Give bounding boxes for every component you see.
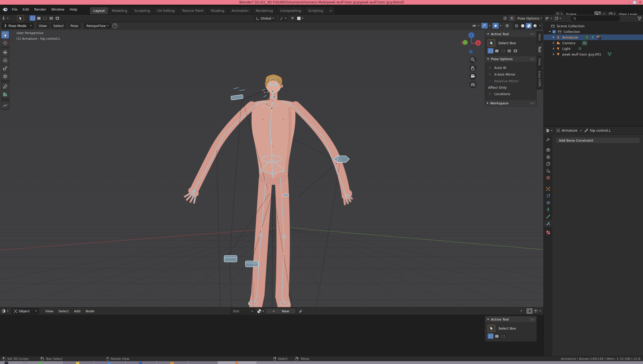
shader-menu-select[interactable]: Select (56, 309, 71, 313)
taskbar-app-6[interactable] (189, 361, 217, 364)
toolbar-rotate-button[interactable] (1, 57, 9, 64)
shader-type-dropdown[interactable]: Object (12, 308, 39, 314)
sidebar-tab-view[interactable]: View (537, 56, 543, 68)
orientation-dropdown[interactable]: Global (253, 15, 277, 21)
tab-physics[interactable] (544, 192, 552, 199)
select-mode-invert[interactable] (48, 15, 54, 21)
workspace-tab-shading[interactable]: Shading (207, 7, 228, 14)
relative-mirror-checkbox[interactable] (488, 79, 492, 83)
expand-icon[interactable] (553, 53, 554, 55)
workspace-tab-animation[interactable]: Animation (228, 7, 252, 14)
workspace-section-header[interactable]: Workspace (485, 100, 536, 106)
close-button[interactable]: ✕ (639, 1, 641, 4)
start-button[interactable] (5, 362, 8, 364)
active-tool-section-header[interactable]: Active Tool (485, 316, 536, 323)
snap-magnet-toggle[interactable] (289, 15, 296, 21)
shader-menu-view[interactable]: View (43, 309, 56, 313)
viewport-menu-select[interactable]: Select (51, 23, 66, 29)
menu-file[interactable]: File (9, 7, 20, 11)
workspace-tab-sculpting[interactable]: Sculpting (131, 7, 153, 14)
mode-dropdown[interactable]: Pose Mode (2, 23, 34, 29)
navigation-gizmo[interactable]: Z X (458, 30, 484, 91)
tab-bone[interactable] (544, 213, 552, 220)
tab-object[interactable] (544, 185, 552, 192)
select-mode-intersect[interactable] (54, 15, 60, 21)
viewport-menu-view[interactable]: View (36, 23, 49, 29)
pose-options-section-header[interactable]: Pose Options (485, 56, 536, 62)
sidebar-select-mode-set[interactable] (488, 48, 494, 53)
tab-bone-constraint[interactable] (544, 220, 552, 227)
filter-icon[interactable] (638, 17, 641, 20)
xray-dropdown[interactable] (492, 23, 501, 29)
select-box-tool-thumb[interactable] (488, 325, 495, 332)
panel-grip-icon[interactable] (530, 318, 534, 321)
snap-target-dropdown[interactable] (279, 15, 288, 21)
workspace-tab-compositing[interactable]: Compositing (277, 7, 304, 14)
taskbar-app-5[interactable] (157, 361, 188, 364)
shader-select-mode-subtract[interactable] (500, 333, 506, 339)
panel-grip-icon[interactable] (530, 33, 534, 35)
menu-help[interactable]: Help (67, 7, 80, 11)
toolbar-annotate-button[interactable] (1, 83, 9, 90)
taskbar-app-4[interactable] (126, 361, 156, 364)
tab-texture[interactable] (544, 229, 552, 236)
toolbar-transform-button[interactable] (1, 72, 9, 80)
sidebar-tab-item[interactable]: Item (537, 31, 543, 43)
shading-wireframe-button[interactable] (513, 23, 519, 29)
expand-icon[interactable] (553, 48, 554, 50)
x-axis-mirror-option[interactable]: X-Axis Mirror (488, 71, 533, 78)
locations-option[interactable]: Locations (488, 90, 533, 97)
parent-node-button[interactable] (518, 308, 524, 314)
tab-tool[interactable] (544, 136, 552, 143)
panel-grip-icon[interactable] (530, 58, 534, 60)
workspace-tab-uv-editing[interactable]: UV Editing (154, 7, 178, 14)
x-axis-mirror-checkbox[interactable] (488, 72, 492, 76)
render-region-button[interactable] (504, 23, 510, 29)
active-tool-section-header[interactable]: Active Tool (485, 31, 536, 37)
workspace-tab-texture-paint[interactable]: Texture Paint (179, 7, 207, 14)
outliner-row-camera[interactable]: Camera (544, 40, 643, 46)
expand-icon[interactable] (553, 36, 554, 38)
pose-tool-dropdown[interactable] (2, 16, 8, 20)
taskbar-app-3[interactable] (94, 361, 125, 364)
sidebar-select-mode-subtract[interactable] (500, 48, 506, 53)
tab-world[interactable] (544, 174, 552, 181)
breadcrumb-bone[interactable]: hip control.L (590, 129, 611, 132)
toolbar-select-box-button[interactable] (1, 31, 9, 39)
maximize-button[interactable] (633, 1, 636, 4)
pose-options-dropdown[interactable]: Pose Options (517, 16, 542, 20)
add-bone-constraint-button[interactable]: Add Bone Constraint (556, 137, 640, 144)
menu-render[interactable]: Render (32, 7, 49, 11)
blender-logo-icon[interactable] (2, 7, 8, 12)
menu-edit[interactable]: Edit (20, 7, 32, 11)
toolbar-scale-button[interactable] (1, 65, 9, 72)
expand-icon[interactable] (549, 31, 551, 32)
workspace-tab-rendering[interactable]: Rendering (252, 7, 276, 14)
panel-grip-icon[interactable] (530, 102, 534, 104)
collection-checkbox[interactable]: ✓ (552, 30, 556, 33)
shading-solid-button[interactable] (519, 23, 526, 29)
proportional-editing-dropdown[interactable] (297, 17, 303, 20)
toolbar-measure-button[interactable] (1, 90, 9, 98)
viewport-canvas[interactable]: User Perspective (1) Armature : hip cont… (0, 30, 543, 307)
sidebar-select-mode-extend[interactable] (494, 48, 500, 53)
shader-snap-toggle[interactable] (526, 308, 533, 314)
outliner-row-light[interactable]: Light (544, 46, 643, 51)
auto-ik-option[interactable]: Auto IK (488, 64, 533, 71)
sidebar-select-mode-intersect[interactable] (512, 48, 518, 53)
shader-select-mode-set[interactable] (488, 333, 494, 339)
tab-constraints[interactable] (544, 199, 552, 206)
shader-menu-node[interactable]: Node (83, 309, 97, 313)
workspace-tab-scripting[interactable]: Scripting (305, 7, 327, 14)
zoom-view-button[interactable] (469, 56, 477, 63)
select-box-tool-thumb[interactable] (488, 39, 495, 47)
outliner-type-dropdown[interactable] (545, 16, 552, 20)
snap-node-dropdown[interactable] (534, 309, 541, 313)
expand-icon[interactable] (553, 42, 554, 44)
properties-type-dropdown[interactable] (546, 129, 552, 132)
select-mode-subtract[interactable] (42, 15, 48, 21)
shader-menu-add[interactable]: Add (71, 309, 83, 313)
taskbar-app-1[interactable] (39, 362, 42, 364)
auto-ik-checkbox[interactable] (488, 66, 492, 69)
retopoflow-menu[interactable]: RetopoFlow (84, 23, 111, 29)
